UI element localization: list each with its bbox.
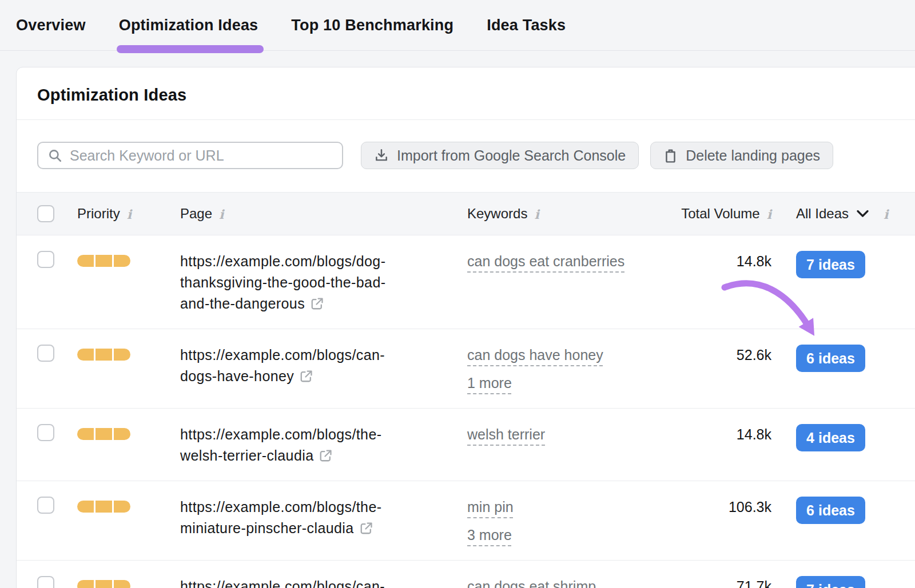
keywords-info-icon[interactable]: i [534, 207, 539, 221]
keyword-link[interactable]: welsh terrier [467, 424, 545, 445]
ideas-info-icon[interactable]: i [884, 207, 888, 221]
page-url: https://example.com/blogs/dog-thanksgivi… [180, 251, 467, 314]
external-link-icon[interactable] [319, 449, 333, 463]
total-volume-value: 14.8k [737, 424, 771, 445]
search-input[interactable] [70, 147, 333, 164]
page-info-icon[interactable]: i [219, 207, 224, 221]
ideas-button[interactable]: 4 ideas [796, 424, 865, 451]
column-keywords: Keywords [467, 206, 527, 222]
table-row: https://example.com/blogs/the-welsh-terr… [17, 409, 915, 481]
tab-label: Overview [16, 17, 86, 34]
search-icon [47, 148, 62, 163]
delete-landing-pages-button[interactable]: Delete landing pages [650, 142, 833, 169]
ideas-button[interactable]: 7 ideas [796, 576, 865, 588]
import-gsc-button[interactable]: Import from Google Search Console [361, 142, 639, 169]
priority-indicator [77, 349, 130, 361]
page-title: Optimization Ideas [17, 67, 915, 119]
total-volume-value: 71.7k [737, 576, 771, 588]
table-row: https://example.com/blogs/can-dogs-have-… [17, 329, 915, 409]
tab-overview[interactable]: Overview [16, 0, 86, 51]
page-url: https://example.com/blogs/the-welsh-terr… [180, 424, 467, 466]
priority-indicator [77, 255, 130, 267]
column-priority: Priority [77, 206, 120, 222]
optimization-ideas-panel: Optimization Ideas Import from Google Se… [16, 67, 915, 588]
download-icon [374, 148, 389, 163]
ideas-filter-dropdown[interactable]: All Ideas [796, 206, 869, 222]
table-row: https://example.com/blogs/the-miniature-… [17, 481, 915, 561]
priority-indicator [77, 580, 130, 588]
priority-indicator [77, 501, 130, 513]
ideas-button[interactable]: 6 ideas [796, 345, 865, 372]
table-body: https://example.com/blogs/dog-thanksgivi… [17, 235, 915, 588]
table-row: https://example.com/blogs/dog-thanksgivi… [17, 235, 915, 329]
tab-bar: Overview Optimization Ideas Top 10 Bench… [0, 0, 915, 51]
trash-icon [663, 148, 678, 163]
toolbar: Import from Google Search Console Delete… [17, 120, 915, 192]
page-url: https://example.com/blogs/can-dogs-have-… [180, 345, 467, 387]
tab-idea-tasks[interactable]: Idea Tasks [487, 0, 566, 51]
page-url: https://example.com/blogs/the-miniature-… [180, 497, 467, 539]
search-box [37, 142, 343, 169]
table-header: Priority i Page i Keywords i Total Volum… [17, 192, 915, 235]
row-checkbox[interactable] [37, 345, 54, 362]
priority-indicator [77, 428, 130, 440]
external-link-icon[interactable] [299, 369, 313, 383]
more-keywords-link[interactable]: 1 more [467, 373, 512, 394]
keyword-link[interactable]: can dogs have honey [467, 345, 603, 366]
tab-top-10-benchmarking[interactable]: Top 10 Benchmarking [291, 0, 453, 51]
tab-optimization-ideas[interactable]: Optimization Ideas [119, 0, 258, 51]
ideas-button[interactable]: 7 ideas [796, 251, 865, 278]
ideas-button[interactable]: 6 ideas [796, 497, 865, 524]
ideas-filter-label: All Ideas [796, 206, 849, 222]
total-volume-value: 52.6k [737, 345, 771, 366]
import-gsc-label: Import from Google Search Console [397, 147, 626, 164]
delete-landing-pages-label: Delete landing pages [686, 147, 820, 164]
column-total-volume: Total Volume [681, 206, 759, 222]
chevron-down-icon [857, 210, 869, 218]
keyword-link[interactable]: can dogs eat cranberries [467, 251, 624, 272]
row-checkbox[interactable] [37, 424, 54, 441]
row-checkbox[interactable] [37, 251, 54, 268]
external-link-icon[interactable] [310, 297, 324, 311]
more-keywords-link[interactable]: 3 more [467, 525, 512, 546]
external-link-icon[interactable] [359, 521, 373, 535]
total-volume-info-icon[interactable]: i [767, 207, 771, 221]
total-volume-value: 14.8k [737, 251, 771, 272]
row-checkbox[interactable] [37, 576, 54, 588]
keyword-link[interactable]: min pin [467, 497, 514, 518]
tab-label: Idea Tasks [487, 17, 566, 34]
tab-label: Optimization Ideas [119, 17, 258, 34]
column-page: Page [180, 206, 212, 222]
select-all-checkbox[interactable] [37, 205, 54, 222]
page-url: https://example.com/blogs/can-dogs-eat-s… [180, 576, 467, 588]
priority-info-icon[interactable]: i [127, 207, 132, 221]
keyword-link[interactable]: can dogs eat shrimp [467, 576, 596, 588]
row-checkbox[interactable] [37, 497, 54, 514]
total-volume-value: 106.3k [729, 497, 771, 518]
tab-label: Top 10 Benchmarking [291, 17, 453, 34]
table-row: https://example.com/blogs/can-dogs-eat-s… [17, 561, 915, 588]
